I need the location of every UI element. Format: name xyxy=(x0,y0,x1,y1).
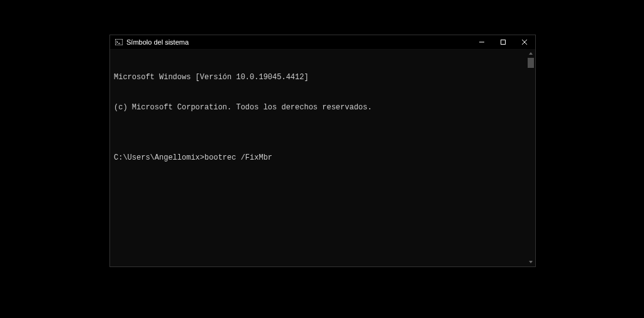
titlebar-left: Símbolo del sistema xyxy=(115,38,189,46)
window-title: Símbolo del sistema xyxy=(126,38,189,46)
scroll-down-arrow[interactable] xyxy=(526,258,535,266)
close-button[interactable] xyxy=(514,35,535,49)
svg-rect-3 xyxy=(501,40,506,45)
minimize-button[interactable] xyxy=(471,35,492,49)
terminal-output[interactable]: Microsoft Windows [Versión 10.0.19045.44… xyxy=(110,50,535,266)
terminal-line: (c) Microsoft Corporation. Todos los der… xyxy=(114,102,531,112)
maximize-button[interactable] xyxy=(492,35,514,49)
scroll-up-arrow[interactable] xyxy=(526,49,535,58)
titlebar-controls xyxy=(471,35,535,49)
terminal-line: C:\Users\Angellomix>bootrec /FixMbr xyxy=(114,153,531,163)
titlebar[interactable]: Símbolo del sistema xyxy=(110,35,535,50)
terminal-line: Microsoft Windows [Versión 10.0.19045.44… xyxy=(114,72,531,82)
vertical-scrollbar[interactable] xyxy=(526,49,535,266)
svg-rect-0 xyxy=(115,39,123,45)
command-prompt-window: Símbolo del sistema Microsoft Wind xyxy=(109,35,536,267)
cmd-icon xyxy=(115,39,123,45)
scroll-thumb[interactable] xyxy=(528,58,534,68)
